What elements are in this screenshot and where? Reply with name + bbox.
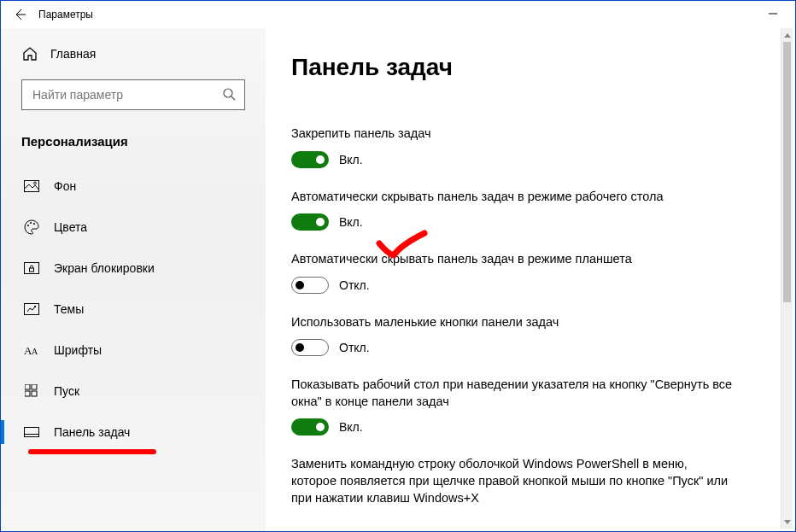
toggle-peek-desktop[interactable] <box>291 418 329 436</box>
setting-autohide-tablet: Автоматически скрывать панель задач в ре… <box>291 251 735 294</box>
category-title: Персонализация <box>21 134 245 149</box>
home-link[interactable]: Главная <box>21 37 245 71</box>
sidebar-item-label: Экран блокировки <box>54 261 155 275</box>
window-title: Параметры <box>38 9 93 20</box>
svg-rect-14 <box>32 384 37 389</box>
toggle-state: Вкл. <box>339 420 363 434</box>
toggle-small-buttons[interactable] <box>291 339 329 356</box>
toggle-state: Откл. <box>339 278 370 292</box>
annotation-underline <box>28 449 156 454</box>
svg-rect-16 <box>32 391 37 396</box>
start-icon <box>23 383 40 400</box>
svg-point-6 <box>30 222 32 224</box>
sidebar-item-lockscreen[interactable]: Экран блокировки <box>21 248 245 289</box>
palette-icon <box>23 219 40 236</box>
sidebar-item-start[interactable]: Пуск <box>21 371 245 412</box>
svg-rect-3 <box>25 181 39 192</box>
lockscreen-icon <box>23 260 40 277</box>
home-label: Главная <box>50 47 96 61</box>
svg-line-2 <box>231 96 235 100</box>
toggle-autohide-tablet[interactable] <box>291 277 329 294</box>
setting-lock-taskbar: Закрепить панель задач Вкл. <box>291 126 735 168</box>
sidebar-item-themes[interactable]: Темы <box>21 289 245 330</box>
scrollbar-track[interactable] <box>781 42 793 515</box>
sidebar-item-label: Шрифты <box>54 343 102 357</box>
sidebar-item-label: Панель задач <box>54 425 130 439</box>
picture-icon <box>23 178 40 195</box>
setting-peek-desktop: Показывать рабочий стол при наведении ук… <box>291 377 735 436</box>
search-input[interactable] <box>31 87 215 102</box>
setting-label: Использовать маленькие кнопки панели зад… <box>291 314 735 331</box>
sidebar-item-colors[interactable]: Цвета <box>21 207 245 248</box>
setting-label: Показывать рабочий стол при наведении ук… <box>291 377 735 410</box>
setting-label: Заменить командную строку оболочкой Wind… <box>291 456 735 506</box>
setting-label: Закрепить панель задач <box>291 126 735 143</box>
sidebar-item-label: Цвета <box>54 220 87 234</box>
window-controls <box>761 8 785 21</box>
svg-point-1 <box>224 89 232 97</box>
setting-powershell-replace: Заменить командную строку оболочкой Wind… <box>291 456 735 506</box>
search-box[interactable] <box>21 79 245 110</box>
sidebar: Главная Персонализация Фон Цвета <box>1 28 266 531</box>
themes-icon <box>23 301 40 318</box>
titlebar: Параметры <box>1 1 795 28</box>
taskbar-icon <box>23 424 40 441</box>
svg-text:A: A <box>32 347 38 356</box>
page-title: Панель задач <box>291 54 752 81</box>
scrollbar-thumb[interactable] <box>783 42 791 302</box>
svg-rect-15 <box>25 391 30 396</box>
svg-rect-17 <box>25 428 39 437</box>
sidebar-item-background[interactable]: Фон <box>21 166 245 207</box>
main-panel: Панель задач Закрепить панель задач Вкл.… <box>266 28 795 531</box>
toggle-lock-taskbar[interactable] <box>291 151 329 168</box>
scrollbar[interactable] <box>781 28 793 529</box>
toggle-state: Вкл. <box>339 215 363 229</box>
nav-list: Фон Цвета Экран блокировки Темы <box>21 166 245 453</box>
sidebar-item-fonts[interactable]: AA Шрифты <box>21 330 245 371</box>
toggle-state: Откл. <box>339 341 370 354</box>
setting-label: Автоматически скрывать панель задач в ре… <box>291 189 735 206</box>
sidebar-item-label: Фон <box>54 179 76 193</box>
svg-point-4 <box>34 182 37 184</box>
toggle-state: Вкл. <box>339 153 363 167</box>
minimize-button[interactable] <box>761 8 785 21</box>
sidebar-item-taskbar[interactable]: Панель задач <box>21 412 245 453</box>
search-icon <box>222 87 236 103</box>
fonts-icon: AA <box>23 342 40 359</box>
setting-small-buttons: Использовать маленькие кнопки панели зад… <box>291 314 735 357</box>
toggle-autohide-desktop[interactable] <box>291 213 329 231</box>
scroll-up-icon[interactable] <box>781 28 793 42</box>
sidebar-item-label: Пуск <box>54 384 79 398</box>
setting-label: Автоматически скрывать панель задач в ре… <box>291 251 735 268</box>
svg-rect-9 <box>30 268 34 272</box>
sidebar-item-label: Темы <box>54 302 84 316</box>
setting-autohide-desktop: Автоматически скрывать панель задач в ре… <box>291 189 735 231</box>
home-icon <box>21 45 38 62</box>
back-button[interactable] <box>11 6 28 23</box>
svg-point-5 <box>27 225 29 226</box>
scroll-down-icon[interactable] <box>781 515 793 529</box>
svg-rect-13 <box>25 384 30 389</box>
svg-point-7 <box>33 223 35 225</box>
